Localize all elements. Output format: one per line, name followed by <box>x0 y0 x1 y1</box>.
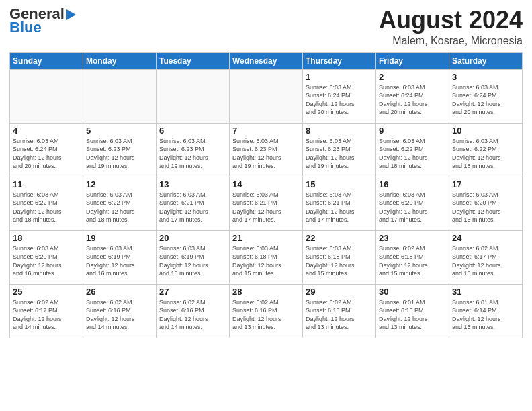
calendar-week-2: 4Sunrise: 6:03 AM Sunset: 6:24 PM Daylig… <box>10 123 523 177</box>
day-info: Sunrise: 6:03 AM Sunset: 6:24 PM Dayligh… <box>452 83 519 117</box>
day-number: 1 <box>306 72 373 82</box>
calendar-cell: 10Sunrise: 6:03 AM Sunset: 6:22 PM Dayli… <box>449 123 523 177</box>
day-number: 13 <box>159 179 226 189</box>
calendar-cell: 23Sunrise: 6:02 AM Sunset: 6:18 PM Dayli… <box>376 230 449 284</box>
day-number: 12 <box>86 179 153 189</box>
calendar-cell: 11Sunrise: 6:03 AM Sunset: 6:22 PM Dayli… <box>10 177 83 230</box>
day-number: 2 <box>379 72 446 82</box>
calendar-cell: 3Sunrise: 6:03 AM Sunset: 6:24 PM Daylig… <box>449 69 523 123</box>
calendar-cell: 7Sunrise: 6:03 AM Sunset: 6:23 PM Daylig… <box>230 123 303 177</box>
day-number: 16 <box>379 179 446 189</box>
day-number: 19 <box>86 233 153 243</box>
day-number: 23 <box>379 233 446 243</box>
day-info: Sunrise: 6:03 AM Sunset: 6:20 PM Dayligh… <box>452 191 519 224</box>
day-number: 10 <box>452 126 519 136</box>
day-info: Sunrise: 6:03 AM Sunset: 6:18 PM Dayligh… <box>232 244 300 278</box>
day-info: Sunrise: 6:02 AM Sunset: 6:18 PM Dayligh… <box>379 244 446 278</box>
day-info: Sunrise: 6:03 AM Sunset: 6:22 PM Dayligh… <box>86 191 153 224</box>
calendar-header-row: SundayMondayTuesdayWednesdayThursdayFrid… <box>10 52 523 69</box>
day-number: 22 <box>306 233 373 243</box>
calendar: SundayMondayTuesdayWednesdayThursdayFrid… <box>9 52 523 338</box>
day-number: 20 <box>159 233 226 243</box>
day-info: Sunrise: 6:03 AM Sunset: 6:23 PM Dayligh… <box>86 137 153 171</box>
calendar-cell: 28Sunrise: 6:02 AM Sunset: 6:16 PM Dayli… <box>230 284 303 338</box>
calendar-cell: 30Sunrise: 6:01 AM Sunset: 6:15 PM Dayli… <box>376 284 449 338</box>
calendar-cell: 21Sunrise: 6:03 AM Sunset: 6:18 PM Dayli… <box>230 230 303 284</box>
calendar-cell: 25Sunrise: 6:02 AM Sunset: 6:17 PM Dayli… <box>10 284 83 338</box>
day-number: 21 <box>232 233 300 243</box>
day-info: Sunrise: 6:02 AM Sunset: 6:16 PM Dayligh… <box>86 298 153 332</box>
day-number: 30 <box>379 287 446 297</box>
day-info: Sunrise: 6:03 AM Sunset: 6:21 PM Dayligh… <box>306 191 373 224</box>
calendar-cell: 24Sunrise: 6:02 AM Sunset: 6:17 PM Dayli… <box>449 230 523 284</box>
day-number: 8 <box>306 126 373 136</box>
day-number: 6 <box>159 126 226 136</box>
day-info: Sunrise: 6:02 AM Sunset: 6:15 PM Dayligh… <box>306 298 373 332</box>
calendar-cell: 9Sunrise: 6:03 AM Sunset: 6:22 PM Daylig… <box>376 123 449 177</box>
day-info: Sunrise: 6:03 AM Sunset: 6:24 PM Dayligh… <box>379 83 446 117</box>
day-info: Sunrise: 6:03 AM Sunset: 6:23 PM Dayligh… <box>232 137 300 171</box>
day-number: 15 <box>306 179 373 189</box>
day-info: Sunrise: 6:02 AM Sunset: 6:16 PM Dayligh… <box>159 298 226 332</box>
calendar-cell: 29Sunrise: 6:02 AM Sunset: 6:15 PM Dayli… <box>303 284 376 338</box>
calendar-cell: 19Sunrise: 6:03 AM Sunset: 6:19 PM Dayli… <box>83 230 157 284</box>
day-number: 7 <box>232 126 300 136</box>
day-info: Sunrise: 6:03 AM Sunset: 6:19 PM Dayligh… <box>86 244 153 278</box>
calendar-header-monday: Monday <box>83 52 157 69</box>
calendar-cell: 18Sunrise: 6:03 AM Sunset: 6:20 PM Dayli… <box>10 230 83 284</box>
day-info: Sunrise: 6:03 AM Sunset: 6:23 PM Dayligh… <box>159 137 226 171</box>
calendar-cell: 16Sunrise: 6:03 AM Sunset: 6:20 PM Dayli… <box>376 177 449 230</box>
day-number: 25 <box>13 287 80 297</box>
calendar-cell: 17Sunrise: 6:03 AM Sunset: 6:20 PM Dayli… <box>449 177 523 230</box>
day-info: Sunrise: 6:03 AM Sunset: 6:24 PM Dayligh… <box>306 83 373 117</box>
calendar-cell: 22Sunrise: 6:03 AM Sunset: 6:18 PM Dayli… <box>303 230 376 284</box>
day-number: 11 <box>13 179 80 189</box>
day-info: Sunrise: 6:03 AM Sunset: 6:20 PM Dayligh… <box>379 191 446 224</box>
day-info: Sunrise: 6:03 AM Sunset: 6:22 PM Dayligh… <box>452 137 519 171</box>
calendar-week-3: 11Sunrise: 6:03 AM Sunset: 6:22 PM Dayli… <box>10 177 523 230</box>
day-info: Sunrise: 6:01 AM Sunset: 6:15 PM Dayligh… <box>379 298 446 332</box>
calendar-cell <box>83 69 157 123</box>
calendar-cell: 6Sunrise: 6:03 AM Sunset: 6:23 PM Daylig… <box>157 123 230 177</box>
day-number: 17 <box>452 179 519 189</box>
calendar-header-tuesday: Tuesday <box>157 52 230 69</box>
calendar-cell: 2Sunrise: 6:03 AM Sunset: 6:24 PM Daylig… <box>376 69 449 123</box>
day-number: 18 <box>13 233 80 243</box>
calendar-cell: 20Sunrise: 6:03 AM Sunset: 6:19 PM Dayli… <box>157 230 230 284</box>
logo: General Blue <box>9 7 76 35</box>
day-info: Sunrise: 6:03 AM Sunset: 6:24 PM Dayligh… <box>13 137 80 171</box>
day-info: Sunrise: 6:02 AM Sunset: 6:16 PM Dayligh… <box>232 298 300 332</box>
location: Malem, Kosrae, Micronesia <box>379 35 523 47</box>
day-info: Sunrise: 6:03 AM Sunset: 6:19 PM Dayligh… <box>159 244 226 278</box>
day-number: 4 <box>13 126 80 136</box>
title-section: August 2024 Malem, Kosrae, Micronesia <box>379 7 523 47</box>
calendar-cell: 15Sunrise: 6:03 AM Sunset: 6:21 PM Dayli… <box>303 177 376 230</box>
day-number: 28 <box>232 287 300 297</box>
calendar-week-1: 1Sunrise: 6:03 AM Sunset: 6:24 PM Daylig… <box>10 69 523 123</box>
day-number: 26 <box>86 287 153 297</box>
page-container: General Blue August 2024 Malem, Kosrae, … <box>0 0 532 345</box>
day-info: Sunrise: 6:02 AM Sunset: 6:17 PM Dayligh… <box>13 298 80 332</box>
calendar-cell: 26Sunrise: 6:02 AM Sunset: 6:16 PM Dayli… <box>83 284 157 338</box>
calendar-cell <box>230 69 303 123</box>
day-info: Sunrise: 6:01 AM Sunset: 6:14 PM Dayligh… <box>452 298 519 332</box>
day-info: Sunrise: 6:02 AM Sunset: 6:17 PM Dayligh… <box>452 244 519 278</box>
calendar-cell: 31Sunrise: 6:01 AM Sunset: 6:14 PM Dayli… <box>449 284 523 338</box>
day-number: 3 <box>452 72 519 82</box>
day-number: 24 <box>452 233 519 243</box>
calendar-header-saturday: Saturday <box>449 52 523 69</box>
calendar-cell: 12Sunrise: 6:03 AM Sunset: 6:22 PM Dayli… <box>83 177 157 230</box>
day-number: 14 <box>232 179 300 189</box>
day-info: Sunrise: 6:03 AM Sunset: 6:22 PM Dayligh… <box>379 137 446 171</box>
day-number: 27 <box>159 287 226 297</box>
day-info: Sunrise: 6:03 AM Sunset: 6:20 PM Dayligh… <box>13 244 80 278</box>
calendar-cell: 8Sunrise: 6:03 AM Sunset: 6:23 PM Daylig… <box>303 123 376 177</box>
header: General Blue August 2024 Malem, Kosrae, … <box>9 7 523 47</box>
day-number: 5 <box>86 126 153 136</box>
day-number: 29 <box>306 287 373 297</box>
calendar-header-sunday: Sunday <box>10 52 83 69</box>
day-info: Sunrise: 6:03 AM Sunset: 6:18 PM Dayligh… <box>306 244 373 278</box>
calendar-cell <box>10 69 83 123</box>
day-info: Sunrise: 6:03 AM Sunset: 6:23 PM Dayligh… <box>306 137 373 171</box>
logo-blue: Blue <box>9 20 42 35</box>
